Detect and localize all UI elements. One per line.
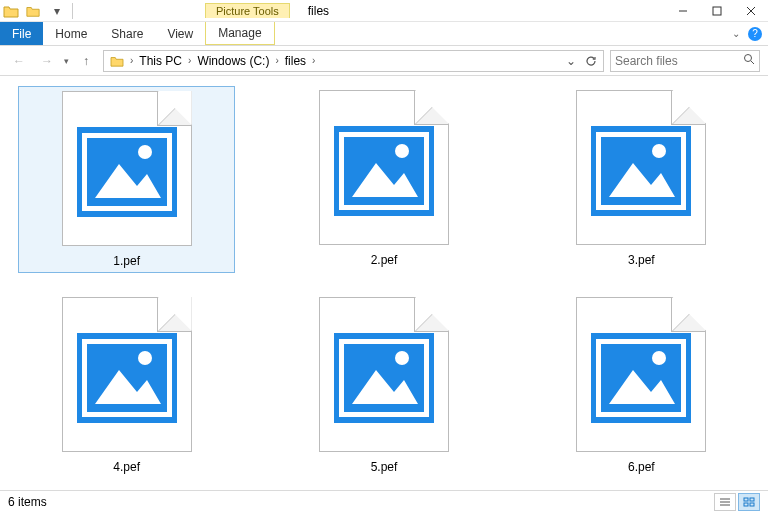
svg-rect-33 — [744, 498, 748, 501]
file-name: 4.pef — [113, 460, 140, 474]
recent-locations-button[interactable]: ▾ — [64, 56, 69, 66]
search-icon[interactable] — [743, 53, 755, 68]
file-item[interactable]: 5.pef — [275, 293, 492, 478]
details-view-button[interactable] — [714, 493, 736, 511]
tab-view[interactable]: View — [155, 22, 205, 45]
file-name: 3.pef — [628, 253, 655, 267]
page-fold-icon — [671, 91, 705, 125]
breadcrumb[interactable]: This PC — [135, 54, 186, 68]
breadcrumb[interactable]: Windows (C:) — [193, 54, 273, 68]
chevron-right-icon[interactable]: › — [310, 55, 317, 66]
file-item[interactable]: 4.pef — [18, 293, 235, 478]
svg-point-13 — [395, 144, 409, 158]
item-count: 6 items — [8, 495, 47, 509]
picture-tools-label: Picture Tools — [205, 3, 290, 18]
back-button[interactable]: ← — [8, 50, 30, 72]
svg-rect-35 — [744, 503, 748, 506]
tab-share[interactable]: Share — [99, 22, 155, 45]
tab-manage[interactable]: Manage — [205, 22, 274, 45]
qat-customize-button[interactable]: ▾ — [46, 1, 68, 21]
file-thumbnail — [319, 297, 449, 452]
app-icon[interactable] — [2, 2, 20, 20]
expand-ribbon-button[interactable]: ⌄ — [732, 28, 740, 39]
qat-properties-button[interactable] — [22, 1, 44, 21]
window-title: files — [308, 4, 329, 18]
svg-rect-36 — [750, 503, 754, 506]
folder-icon — [108, 52, 126, 70]
svg-point-17 — [652, 144, 666, 158]
search-box[interactable] — [610, 50, 760, 72]
breadcrumb[interactable]: files — [281, 54, 310, 68]
svg-rect-1 — [713, 7, 721, 15]
page-fold-icon — [671, 298, 705, 332]
file-item[interactable]: 3.pef — [533, 86, 750, 273]
address-history-button[interactable]: ⌄ — [561, 51, 581, 71]
page-fold-icon — [157, 298, 191, 332]
file-thumbnail — [319, 90, 449, 245]
forward-button[interactable]: → — [36, 50, 58, 72]
page-fold-icon — [157, 92, 191, 126]
ribbon-tabs: File Home Share View Manage ⌄ ? — [0, 22, 768, 46]
tab-home[interactable]: Home — [43, 22, 99, 45]
file-item[interactable]: 2.pef — [275, 86, 492, 273]
maximize-button[interactable] — [700, 0, 734, 22]
chevron-right-icon[interactable]: › — [273, 55, 280, 66]
svg-point-25 — [395, 351, 409, 365]
window-controls — [666, 0, 768, 22]
up-button[interactable]: ↑ — [75, 50, 97, 72]
svg-point-29 — [652, 351, 666, 365]
refresh-button[interactable] — [581, 51, 601, 71]
separator — [72, 3, 73, 19]
chevron-right-icon[interactable]: › — [186, 55, 193, 66]
search-input[interactable] — [615, 54, 743, 68]
minimize-button[interactable] — [666, 0, 700, 22]
file-item[interactable]: 6.pef — [533, 293, 750, 478]
file-name: 6.pef — [628, 460, 655, 474]
svg-point-21 — [138, 351, 152, 365]
file-thumbnail — [62, 297, 192, 452]
svg-line-5 — [751, 61, 754, 64]
page-fold-icon — [414, 91, 448, 125]
file-item[interactable]: 1.pef — [18, 86, 235, 273]
file-thumbnail — [62, 91, 192, 246]
large-icons-view-button[interactable] — [738, 493, 760, 511]
navigation-bar: ← → ▾ ↑ › This PC › Windows (C:) › files… — [0, 46, 768, 76]
svg-point-4 — [745, 55, 752, 62]
quick-access-toolbar: ▾ — [0, 1, 77, 21]
contextual-tab-header: Picture Tools — [205, 4, 290, 18]
status-bar: 6 items — [0, 490, 768, 512]
file-name: 1.pef — [113, 254, 140, 268]
file-list[interactable]: 1.pef 2.pef 3.pef 4.pef 5.pef — [0, 76, 768, 490]
file-thumbnail — [576, 90, 706, 245]
file-name: 5.pef — [371, 460, 398, 474]
address-bar[interactable]: › This PC › Windows (C:) › files › ⌄ — [103, 50, 604, 72]
svg-point-9 — [138, 145, 152, 159]
page-fold-icon — [414, 298, 448, 332]
chevron-right-icon[interactable]: › — [128, 55, 135, 66]
help-icon[interactable]: ? — [748, 27, 762, 41]
tab-file[interactable]: File — [0, 22, 43, 45]
svg-rect-34 — [750, 498, 754, 501]
title-bar: ▾ Picture Tools files — [0, 0, 768, 22]
close-button[interactable] — [734, 0, 768, 22]
file-thumbnail — [576, 297, 706, 452]
file-name: 2.pef — [371, 253, 398, 267]
